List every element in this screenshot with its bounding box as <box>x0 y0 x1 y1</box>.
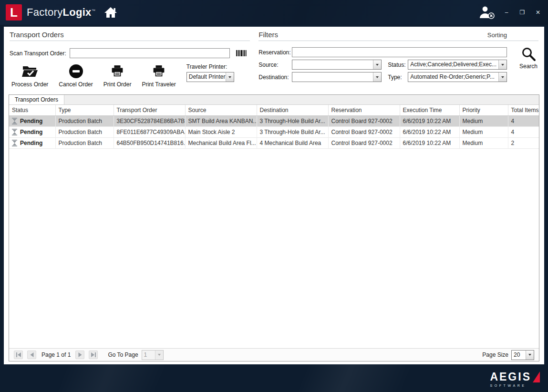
reservation-cell: Control Board 927-0002 <box>328 138 400 149</box>
brand-factory: Factory <box>27 6 62 18</box>
column-header[interactable]: Total Items <box>508 105 539 116</box>
close-button[interactable]: ✕ <box>534 10 542 15</box>
pager-prev-button[interactable] <box>27 351 36 359</box>
orders-table: StatusTypeTransport OrderSourceDestinati… <box>9 105 539 149</box>
dropdown-arrow-icon <box>373 60 381 69</box>
pager-next-button[interactable] <box>75 351 84 359</box>
home-icon <box>104 7 117 18</box>
source-cell: Mechanical Build Area Fl... <box>185 138 257 149</box>
pager-first-icon <box>16 352 21 357</box>
table-row[interactable]: PendingProduction Batch64B50FB950D14741B… <box>9 138 539 149</box>
dropdown-arrow-icon <box>373 72 381 82</box>
status-cell: Pending <box>9 127 55 138</box>
brand-logix: Logix <box>62 6 91 18</box>
reservation-cell: Control Board 927-0002 <box>328 127 400 138</box>
priority-cell: Medium <box>459 138 508 149</box>
aegis-triangle-icon <box>533 371 540 382</box>
hourglass-icon <box>12 129 17 135</box>
filters-rows: Reservation: Source: Status: Active;Canc… <box>258 47 507 82</box>
search-button[interactable]: Search <box>519 46 538 70</box>
reservation-input[interactable] <box>292 47 507 57</box>
titlebar-right: – ❐ ✕ <box>478 5 542 20</box>
type-select[interactable]: Automated Re-Order;Generic;P... <box>408 72 507 82</box>
cancel-order-button[interactable]: Cancel Order <box>57 63 94 88</box>
pagination-bar: Page 1 of 1 Go To Page 1 Pag <box>9 348 539 361</box>
print-order-button[interactable]: Print Order <box>102 63 134 88</box>
dropdown-arrow-icon <box>526 351 534 360</box>
column-header[interactable]: Type <box>55 105 114 116</box>
scan-transport-order-input[interactable] <box>70 48 230 58</box>
type-label: Type: <box>388 74 408 81</box>
column-header[interactable]: Priority <box>459 105 508 116</box>
page-indicator: Page 1 of 1 <box>41 351 71 358</box>
execution-time-cell: 6/6/2019 10:22 AM <box>400 138 459 149</box>
priority-cell: Medium <box>459 116 508 127</box>
reservation-cell: Control Board 927-0002 <box>328 116 400 127</box>
top-section: Transport Orders Scan Transport Order: <box>4 27 544 88</box>
column-header[interactable]: Reservation <box>328 105 400 116</box>
dropdown-arrow-icon <box>498 60 507 69</box>
transport-order-cell: 3E30CF5228784E86BA7B... <box>114 116 185 127</box>
destination-label: Destination: <box>258 74 292 81</box>
brand-title: FactoryLogix™ <box>27 6 95 19</box>
barcode-icon <box>236 50 247 56</box>
status-label: Status: <box>388 62 408 68</box>
transport-order-cell: 8FE011E6877C49309ABA... <box>114 127 185 138</box>
column-header[interactable]: Status <box>9 105 55 116</box>
transport-orders-pane: Transport Orders Scan Transport Order: <box>10 31 250 88</box>
column-header[interactable]: Source <box>185 105 257 116</box>
minimize-button[interactable]: – <box>502 10 511 15</box>
type-cell: Production Batch <box>55 138 114 149</box>
pager-next-icon <box>78 352 83 357</box>
main-panel: Transport Orders Scan Transport Order: <box>4 27 544 364</box>
reservation-label: Reservation: <box>258 49 292 56</box>
status-select[interactable]: Active;Canceled;Delivered;Exec... <box>408 60 507 70</box>
search-icon <box>521 46 536 62</box>
execution-time-cell: 6/6/2019 10:22 AM <box>400 127 459 138</box>
status-cell: Pending <box>9 138 55 149</box>
footer: AEGIS SOFTWARE <box>0 364 548 392</box>
page-size-select[interactable]: 20 <box>511 350 534 360</box>
user-signout-icon[interactable] <box>478 5 495 20</box>
source-cell: SMT Build Area KANBAN... <box>185 116 257 127</box>
app-window: L FactoryLogix™ – ❐ ✕ Transport Orders <box>0 0 548 392</box>
aegis-logo: AEGIS SOFTWARE <box>490 371 540 387</box>
pager-prev-icon <box>30 352 34 357</box>
dropdown-arrow-icon <box>498 72 507 82</box>
pager-last-button[interactable] <box>89 351 98 359</box>
goto-page-input[interactable]: 1 <box>142 350 164 360</box>
destination-cell: 4 Mechanical Build Area <box>257 138 328 149</box>
process-order-button[interactable]: Process Order <box>10 63 50 88</box>
order-actions-toolbar: Process Order Cancel Order <box>10 63 250 88</box>
filters-title: Filters <box>258 31 278 39</box>
home-button[interactable] <box>104 7 117 18</box>
transport-order-cell: 64B50FB950D14741B816... <box>114 138 185 149</box>
column-header[interactable]: Execution Time <box>400 105 459 116</box>
column-header[interactable]: Transport Order <box>114 105 185 116</box>
print-traveler-icon <box>153 63 165 79</box>
hourglass-icon <box>12 118 17 124</box>
destination-select[interactable] <box>292 72 382 82</box>
goto-page-label: Go To Page <box>108 351 138 358</box>
total-items-cell: 4 <box>508 116 539 127</box>
pager-first-button[interactable] <box>14 351 23 359</box>
tab-transport-orders[interactable]: Transport Orders <box>9 95 64 104</box>
source-select[interactable] <box>292 60 382 70</box>
priority-cell: Medium <box>459 127 508 138</box>
total-items-cell: 2 <box>508 138 539 149</box>
source-label: Source: <box>258 62 292 68</box>
maximize-button[interactable]: ❐ <box>518 10 527 15</box>
dropdown-arrow-icon <box>226 72 234 82</box>
table-row[interactable]: PendingProduction Batch3E30CF5228784E86B… <box>9 116 539 127</box>
aegis-tagline: SOFTWARE <box>490 384 526 387</box>
traveler-printer-select[interactable]: Default Printer <box>186 72 234 82</box>
column-header[interactable]: Destination <box>257 105 328 116</box>
print-traveler-button[interactable]: Print Traveler <box>140 63 177 88</box>
table-row[interactable]: PendingProduction Batch8FE011E6877C49309… <box>9 127 539 138</box>
destination-cell: 3 Through-Hole Build Ar... <box>257 116 328 127</box>
scan-row: Scan Transport Order: <box>10 48 250 58</box>
brand-trademark: ™ <box>92 9 95 13</box>
dropdown-arrow-icon <box>155 351 163 360</box>
transport-orders-grid: Transport Orders StatusTypeTransport Ord… <box>9 94 539 361</box>
sorting-label[interactable]: Sorting <box>487 31 538 39</box>
